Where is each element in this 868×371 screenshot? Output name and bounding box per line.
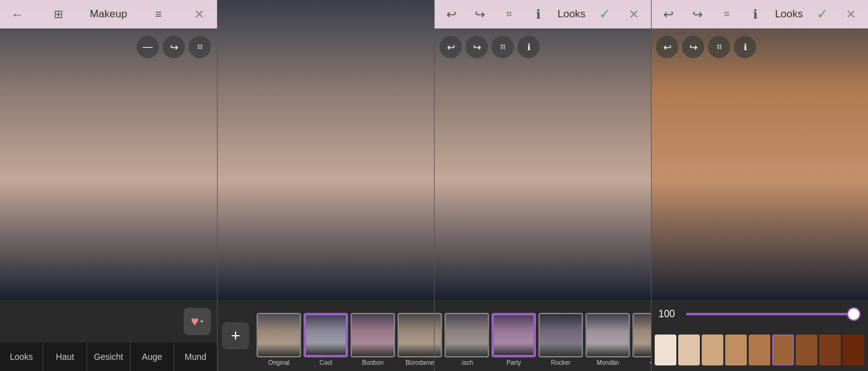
- makeup-title: Makeup: [90, 8, 127, 20]
- redo-icon[interactable]: ↪: [163, 36, 185, 58]
- confirm-button-3[interactable]: ✓: [812, 4, 832, 24]
- slider-fill: [686, 313, 861, 315]
- grid-icon-button[interactable]: ⊞: [49, 4, 69, 24]
- look-thumb-party[interactable]: Party: [491, 313, 536, 366]
- swatch-7[interactable]: [796, 335, 817, 365]
- info-button-2[interactable]: ℹ: [529, 4, 548, 24]
- tab-gesicht[interactable]: Gesicht: [87, 343, 130, 371]
- divider-2: [434, 0, 435, 371]
- look-thumb-img-party: [491, 313, 536, 357]
- swatch-5[interactable]: [749, 335, 770, 365]
- divider-1: [217, 0, 218, 371]
- swatch-1[interactable]: [655, 335, 676, 365]
- look-label-bonbon: Bonbon: [362, 359, 383, 366]
- swatch-9[interactable]: [843, 335, 864, 365]
- thumb-face-mondan: [587, 314, 629, 356]
- slider-value: 100: [658, 309, 680, 320]
- bottom-bar-grundierung: 100: [651, 300, 868, 371]
- redo-icon-2[interactable]: ↪: [466, 36, 488, 58]
- swatch-2[interactable]: [678, 335, 700, 365]
- look-thumb-forties[interactable]: 40s: [632, 313, 651, 366]
- look-thumb-bonbon[interactable]: Bonbon: [351, 313, 395, 366]
- slider-row: 100: [651, 300, 868, 328]
- look-label-burodame: Bürodame: [406, 359, 434, 366]
- thumb-face-rocker: [540, 314, 582, 356]
- redo-button-2[interactable]: ↪: [470, 4, 490, 24]
- look-thumb-original[interactable]: Original: [257, 313, 301, 366]
- close-button-1[interactable]: ✕: [190, 4, 210, 24]
- look-thumb-img-isch: [445, 313, 489, 357]
- crop-icon[interactable]: ⌗: [189, 36, 211, 58]
- minus-icon[interactable]: —: [137, 36, 159, 58]
- look-thumb-mondan[interactable]: Mondän: [585, 313, 630, 366]
- divider-3: [651, 0, 652, 371]
- info-icon-2[interactable]: ℹ: [517, 36, 540, 58]
- redo-button-3[interactable]: ↪: [687, 4, 707, 24]
- look-label-party: Party: [506, 359, 521, 366]
- look-thumb-img-cool: [304, 313, 348, 357]
- swatch-6[interactable]: [772, 335, 794, 365]
- tab-mund[interactable]: Mund: [174, 343, 217, 371]
- thumb-face-isch: [446, 314, 488, 356]
- add-look-button[interactable]: +: [222, 322, 249, 349]
- panel-makeup: ← ⊞ Makeup ≡ ✕ — ↪ ⌗ ♥+ Looks Haut Gesic…: [0, 0, 217, 371]
- look-thumb-rocker[interactable]: Rocker: [538, 313, 583, 366]
- header-looks2: ↩ ↪ ⌗ ℹ Looks ✓ ✕: [651, 0, 868, 28]
- undo-icon-2[interactable]: ↩: [440, 36, 462, 58]
- look-thumb-img-rocker: [538, 313, 583, 357]
- looks2-title: Looks: [775, 8, 802, 20]
- swatch-3[interactable]: [702, 335, 723, 365]
- crop-icon-2[interactable]: ⌗: [491, 36, 514, 58]
- info-icon-3[interactable]: ℹ: [734, 36, 756, 58]
- img-controls-1: — ↪ ⌗: [137, 36, 211, 58]
- tab-haut[interactable]: Haut: [43, 343, 87, 371]
- slider-thumb[interactable]: [847, 307, 861, 321]
- crop-icon-3[interactable]: ⌗: [708, 36, 730, 58]
- look-thumb-cool[interactable]: Cool: [304, 313, 348, 366]
- undo-icon-3[interactable]: ↩: [656, 36, 678, 58]
- color-swatches: [651, 328, 868, 371]
- bottom-bar-makeup: ♥+ Looks Haut Gesicht Auge Mund: [0, 300, 217, 371]
- look-label-mondan: Mondän: [597, 359, 619, 366]
- look-thumb-isch[interactable]: .isch: [445, 313, 489, 366]
- tool-row: ♥+: [0, 300, 217, 343]
- thumb-face-forties: [634, 314, 651, 356]
- thumb-face-original: [258, 314, 300, 356]
- crop-button-3[interactable]: ⌗: [717, 4, 736, 24]
- info-button-3[interactable]: ℹ: [746, 4, 765, 24]
- heart-button[interactable]: ♥+: [184, 308, 211, 335]
- look-label-rocker: Rocker: [551, 359, 571, 366]
- category-tabs: Looks Haut Gesicht Auge Mund: [0, 343, 217, 371]
- thumb-face-cool: [305, 314, 347, 356]
- img-controls-3: ↩ ↪ ⌗ ℹ: [656, 36, 756, 58]
- thumb-face-bonbon: [352, 314, 394, 356]
- swatch-4[interactable]: [725, 335, 747, 365]
- looks-thumbnail-list: Original Cool Bonbon Bürod: [254, 300, 651, 371]
- list-icon-button[interactable]: ≡: [148, 4, 168, 24]
- img-controls-2: ↩ ↪ ⌗ ℹ: [440, 36, 540, 58]
- look-label-original: Original: [268, 359, 289, 366]
- tab-auge[interactable]: Auge: [130, 343, 174, 371]
- undo-button-2[interactable]: ↩: [441, 4, 461, 24]
- close-button-3[interactable]: ✕: [841, 4, 861, 24]
- look-thumb-burodame[interactable]: Bürodame: [398, 313, 442, 366]
- confirm-button-2[interactable]: ✓: [595, 4, 615, 24]
- swatch-8[interactable]: [819, 335, 841, 365]
- slider-track[interactable]: [686, 313, 861, 315]
- back-button[interactable]: ←: [7, 4, 27, 24]
- header-looks1: ↩ ↪ ⌗ ℹ Looks ✓ ✕: [434, 0, 651, 28]
- look-thumb-img-original: [257, 313, 301, 357]
- look-label-cool: Cool: [320, 359, 333, 366]
- crop-button-2[interactable]: ⌗: [500, 4, 519, 24]
- undo-button-3[interactable]: ↩: [658, 4, 678, 24]
- thumb-face-party: [493, 314, 535, 356]
- look-thumb-img-mondan: [585, 313, 630, 357]
- looks1-title: Looks: [558, 8, 585, 20]
- look-thumb-img-burodame: [398, 313, 442, 357]
- close-button-2[interactable]: ✕: [624, 4, 644, 24]
- look-thumb-img-forties: [632, 313, 651, 357]
- look-label-isch: .isch: [461, 359, 474, 366]
- look-thumb-img-bonbon: [351, 313, 395, 357]
- redo-icon-3[interactable]: ↪: [682, 36, 704, 58]
- tab-looks[interactable]: Looks: [0, 343, 43, 371]
